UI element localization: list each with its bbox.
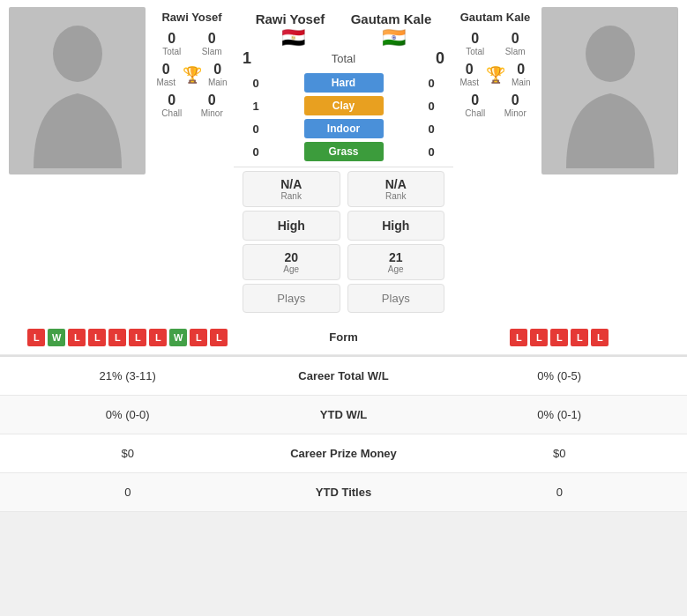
left-form-badges: LWLLLLLWLL [0,329,256,346]
right-main-cell: 0 Main [509,62,534,87]
total-label: Total [332,52,355,65]
left-age-box: 20 Age [243,244,340,280]
left-mast-label: Mast [153,78,179,87]
right-main-label: Main [509,78,534,87]
right-form-badge: L [591,329,609,346]
left-form-badge: L [129,329,146,346]
grass-score-right: 0 [418,145,444,159]
form-label: Form [256,330,432,344]
left-slam-val: 0 [194,31,231,47]
right-minor-val: 0 [497,93,534,108]
right-slam-val: 0 [497,31,534,47]
right-rank-box: N/A Rank [347,171,445,207]
left-trophy-icon: 🏆 [183,65,202,85]
left-total-cell: 0 Total [153,31,190,56]
right-plays-box: Plays [347,284,445,313]
right-form-badge: L [571,329,588,346]
right-high-box: High [347,211,445,241]
left-flag: 🇪🇬 [281,26,305,49]
stat-center-label: Career Prize Money [256,447,432,460]
left-total-label: Total [153,47,190,56]
left-main-val: 0 [205,62,231,78]
rank-age-row: N/A Rank High 20 Age Plays N/A Rank [234,171,453,313]
right-rank-age: N/A Rank High 21 Age Plays [347,171,445,313]
grass-score-left: 0 [243,145,269,159]
indoor-score-left: 0 [243,122,269,136]
left-slam-label: Slam [194,47,231,56]
right-form-badge: L [510,329,527,346]
stat-right-val: 0 [432,479,688,506]
left-total-val: 0 [153,31,190,47]
total-score-left: 1 [243,49,251,68]
left-chall-val: 0 [153,93,190,108]
clay-score-right: 0 [418,100,444,113]
flag-row: 🇪🇬 🇮🇳 [234,26,453,49]
indoor-row: 0 Indoor 0 [234,117,453,140]
left-high-box: High [243,211,340,241]
stats-row: 0% (0-0)YTD W/L0% (0-1) [0,396,687,434]
right-main-val: 0 [509,62,534,78]
right-stats-panel: Gautam Kale 0 Total 0 Slam 0 Mast 🏆 0 [453,7,537,313]
left-rank-label: Rank [250,191,332,201]
left-form-badge: L [108,329,126,346]
grass-row: 0 Grass 0 [234,140,453,163]
left-trophy-mast-main-row: 0 Mast 🏆 0 Main [153,62,230,87]
clay-surface-button[interactable]: Clay [304,96,384,115]
right-name-header: Gautam Kale [351,11,432,26]
hard-btn-center: Hard [269,73,418,93]
left-minor-cell: 0 Minor [194,93,231,118]
clay-score-left: 1 [243,100,269,113]
hard-score-left: 0 [243,77,269,90]
right-form-badge: L [550,329,568,346]
players-area: Rawi Yosef 0 Total 0 Slam 0 Mast 🏆 0 [0,0,687,320]
grass-surface-button[interactable]: Grass [304,142,384,161]
right-chall-minor-row: 0 Chall 0 Minor [457,93,534,118]
left-rank-box: N/A Rank [243,171,340,207]
hard-surface-button[interactable]: Hard [304,73,384,93]
indoor-surface-button[interactable]: Indoor [304,119,384,138]
stat-left-val: 0 [0,479,256,506]
right-mast-cell: 0 Mast [457,62,482,87]
right-age-box: 21 Age [347,244,445,280]
left-rank-val: N/A [250,177,332,191]
center-panel: Rawi Yosef Gautam Kale 🇪🇬 🇮🇳 1 Total 0 0… [234,7,453,313]
left-main-cell: 0 Main [205,62,231,87]
left-player-name: Rawi Yosef [153,11,230,24]
total-score-right: 0 [436,49,444,68]
left-age-label: Age [250,264,332,274]
left-form-badge: L [88,329,106,346]
right-flag: 🇮🇳 [382,26,406,49]
right-minor-label: Minor [497,108,534,118]
right-form-badge: L [530,329,548,346]
indoor-score-right: 0 [418,122,444,136]
header-names-row: Rawi Yosef Gautam Kale [234,7,453,26]
right-total-label: Total [457,47,494,56]
svg-point-1 [586,26,635,82]
grass-btn-center: Grass [269,142,418,161]
stat-right-val: 0% (0-5) [432,362,688,390]
right-rank-label: Rank [355,191,437,201]
total-score-row: 1 Total 0 [234,49,453,71]
right-player-name: Gautam Kale [457,11,534,24]
left-total-slam-row: 0 Total 0 Slam [153,31,230,56]
left-badges-container: LWLLLLLWLL [27,329,228,346]
indoor-btn-center: Indoor [269,119,418,138]
left-age-val: 20 [250,250,332,264]
stat-right-val: 0% (0-1) [432,401,688,428]
right-minor-cell: 0 Minor [497,93,534,118]
divider-1 [234,167,453,167]
left-slam-cell: 0 Slam [194,31,231,56]
left-mast-cell: 0 Mast [153,62,179,87]
stat-left-val: $0 [0,440,256,467]
right-rank-val: N/A [355,177,437,191]
left-player-photo [9,7,146,174]
form-row: LWLLLLLWLL Form LLLLL [0,320,687,355]
left-form-badge: L [210,329,228,346]
right-total-val: 0 [457,31,494,47]
left-form-badge: L [190,329,207,346]
left-stats-panel: Rawi Yosef 0 Total 0 Slam 0 Mast 🏆 0 [150,7,234,313]
right-badges-container: LLLLL [510,329,609,346]
right-slam-cell: 0 Slam [497,31,534,56]
stat-left-val: 0% (0-0) [0,401,256,428]
stats-table: 21% (3-11)Career Total W/L0% (0-5)0% (0-… [0,355,687,512]
